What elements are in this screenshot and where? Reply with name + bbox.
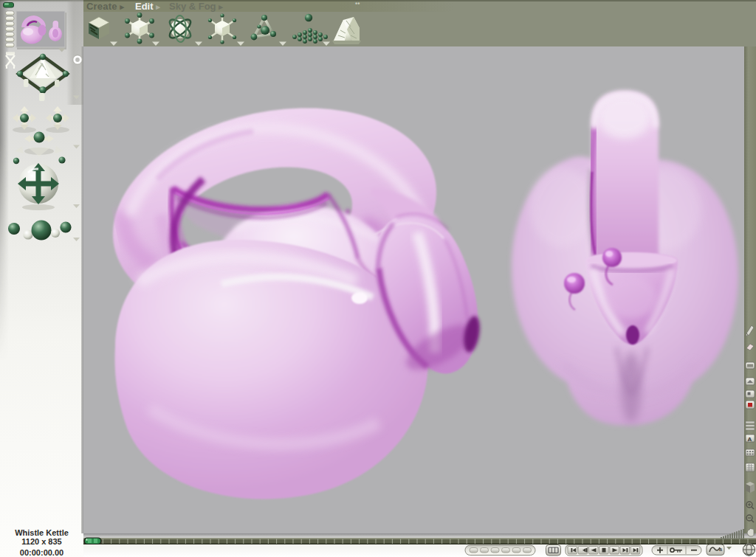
svg-text:a: a xyxy=(719,547,722,552)
svg-text:A: A xyxy=(748,436,752,443)
